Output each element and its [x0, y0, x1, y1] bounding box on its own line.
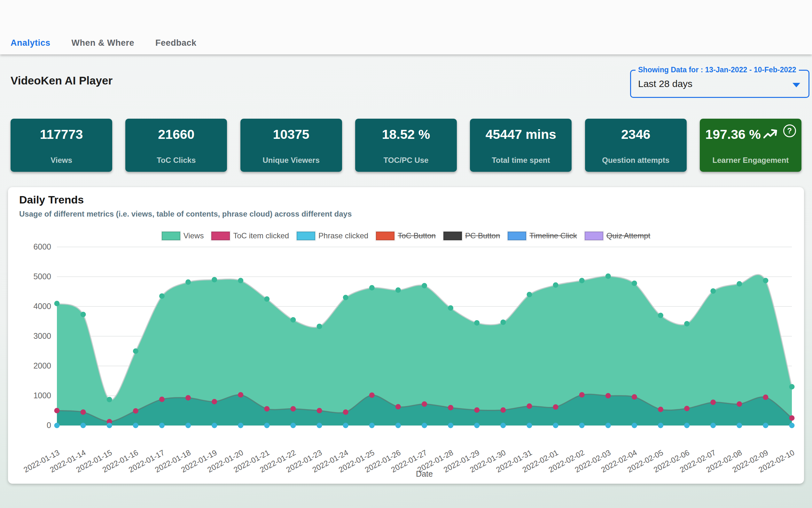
legend-item-toc-item-clicked[interactable]: ToC item clicked	[211, 231, 289, 240]
data-point[interactable]	[317, 423, 322, 428]
data-point[interactable]	[763, 278, 768, 284]
data-point[interactable]	[159, 293, 164, 299]
data-point[interactable]	[81, 312, 86, 318]
data-point[interactable]	[264, 296, 270, 302]
legend-item-views[interactable]: Views	[162, 231, 204, 240]
data-point[interactable]	[789, 415, 795, 421]
data-point[interactable]	[395, 287, 401, 293]
data-point[interactable]	[579, 278, 585, 284]
data-point[interactable]	[684, 406, 689, 411]
data-point[interactable]	[448, 305, 453, 311]
data-point[interactable]	[710, 288, 716, 294]
data-point[interactable]	[317, 324, 322, 329]
data-point[interactable]	[632, 394, 637, 399]
data-point[interactable]	[500, 423, 506, 428]
data-point[interactable]	[159, 397, 164, 402]
data-point[interactable]	[422, 283, 427, 288]
data-point[interactable]	[159, 423, 164, 428]
data-point[interactable]	[185, 423, 191, 428]
data-point[interactable]	[290, 423, 296, 428]
data-point[interactable]	[474, 407, 480, 413]
legend-label: Timeline Click	[529, 231, 577, 240]
data-point[interactable]	[264, 406, 270, 411]
legend-item-pc-button[interactable]: PC Button	[443, 231, 500, 240]
data-point[interactable]	[658, 423, 663, 428]
data-point[interactable]	[658, 312, 663, 318]
data-point[interactable]	[369, 392, 375, 398]
data-point[interactable]	[238, 423, 243, 428]
data-point[interactable]	[369, 423, 375, 428]
data-point[interactable]	[789, 423, 795, 428]
data-point[interactable]	[317, 408, 322, 413]
data-point[interactable]	[579, 392, 585, 398]
data-point[interactable]	[264, 423, 270, 428]
data-point[interactable]	[343, 423, 348, 428]
data-point[interactable]	[81, 423, 86, 428]
data-point[interactable]	[553, 405, 559, 410]
data-point[interactable]	[763, 394, 768, 400]
data-point[interactable]	[763, 423, 768, 428]
legend-item-toc-button[interactable]: ToC Button	[376, 231, 436, 240]
data-point[interactable]	[606, 393, 611, 398]
data-point[interactable]	[553, 423, 559, 428]
date-range-select[interactable]: Showing Data for : 13-Jan-2022 - 10-Feb-…	[630, 70, 809, 98]
data-point[interactable]	[395, 423, 401, 428]
data-point[interactable]	[422, 423, 427, 428]
data-point[interactable]	[710, 399, 716, 405]
data-point[interactable]	[736, 401, 742, 407]
data-point[interactable]	[606, 273, 611, 279]
data-point[interactable]	[789, 384, 795, 390]
data-point[interactable]	[133, 408, 138, 414]
data-point[interactable]	[290, 317, 296, 323]
data-point[interactable]	[527, 404, 532, 409]
data-point[interactable]	[527, 423, 532, 428]
data-point[interactable]	[579, 423, 585, 428]
data-point[interactable]	[133, 423, 138, 428]
data-point[interactable]	[185, 395, 191, 400]
data-point[interactable]	[395, 404, 401, 410]
legend-item-quiz-attempt[interactable]: Quiz Attempt	[585, 231, 650, 240]
data-point[interactable]	[474, 320, 480, 326]
data-point[interactable]	[81, 410, 86, 415]
data-point[interactable]	[54, 408, 60, 413]
chevron-down-icon[interactable]	[793, 83, 800, 87]
data-point[interactable]	[238, 392, 243, 398]
data-point[interactable]	[211, 277, 217, 283]
data-point[interactable]	[527, 292, 532, 297]
data-point[interactable]	[133, 348, 138, 354]
data-point[interactable]	[448, 423, 453, 428]
data-point[interactable]	[606, 423, 611, 428]
data-point[interactable]	[448, 405, 453, 411]
data-point[interactable]	[553, 283, 559, 288]
data-point[interactable]	[500, 320, 506, 325]
data-point[interactable]	[632, 281, 637, 286]
data-point[interactable]	[238, 278, 243, 284]
data-point[interactable]	[211, 423, 217, 428]
tab-when-where[interactable]: When & Where	[71, 38, 135, 48]
data-point[interactable]	[422, 401, 427, 407]
data-point[interactable]	[290, 406, 296, 411]
legend-item-timeline-click[interactable]: Timeline Click	[508, 231, 577, 240]
data-point[interactable]	[185, 279, 191, 285]
data-point[interactable]	[500, 407, 506, 413]
data-point[interactable]	[211, 399, 217, 405]
data-point[interactable]	[107, 397, 112, 403]
data-point[interactable]	[343, 295, 348, 300]
data-point[interactable]	[474, 423, 480, 428]
data-point[interactable]	[736, 281, 742, 287]
data-point[interactable]	[369, 285, 375, 291]
tab-feedback[interactable]: Feedback	[155, 38, 197, 48]
data-point[interactable]	[736, 423, 742, 428]
help-icon[interactable]: ?	[783, 124, 796, 137]
data-point[interactable]	[684, 321, 689, 326]
data-point[interactable]	[684, 423, 689, 428]
legend-item-phrase-clicked[interactable]: Phrase clicked	[297, 231, 368, 240]
data-point[interactable]	[632, 423, 637, 428]
data-point[interactable]	[710, 423, 716, 428]
data-point[interactable]	[107, 423, 112, 428]
data-point[interactable]	[343, 410, 348, 415]
data-point[interactable]	[54, 423, 60, 428]
tab-analytics[interactable]: Analytics	[10, 38, 50, 48]
data-point[interactable]	[658, 407, 663, 412]
data-point[interactable]	[54, 301, 60, 306]
